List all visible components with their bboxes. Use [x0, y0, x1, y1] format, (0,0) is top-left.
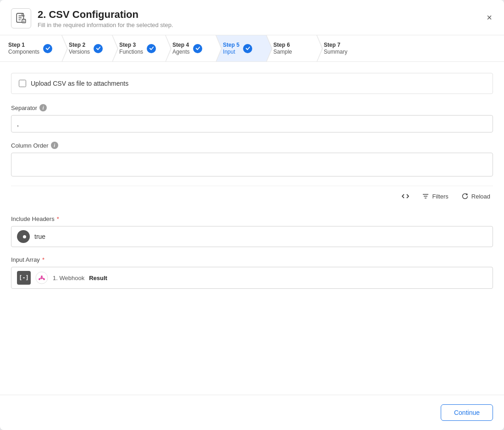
include-headers-required: * — [57, 215, 59, 222]
step-3-check — [147, 44, 156, 53]
separator-label: Separator — [11, 105, 37, 111]
step-7-label: Step 7 — [324, 42, 347, 48]
step-4-label: Step 4 — [172, 42, 189, 48]
column-order-label: Column Order — [11, 142, 49, 149]
step-4-check — [193, 44, 202, 53]
step-4-sublabel: Agents — [172, 49, 189, 55]
step-6-label: Step 6 — [273, 42, 292, 48]
column-order-section: Column Order i — [11, 142, 493, 176]
step-7[interactable]: Step 7 Summary — [316, 35, 366, 61]
step-3[interactable]: Step 3 Functions — [111, 35, 164, 61]
step-7-sublabel: Summary — [324, 49, 347, 55]
svg-rect-1 — [22, 19, 26, 23]
step-5[interactable]: Step 5 Input — [215, 35, 265, 61]
modal-footer: Continue — [0, 395, 504, 430]
upload-csv-row: Upload CSV as file to attachments — [11, 73, 493, 94]
input-array-input-row: [-] 1. Webhook Result — [11, 267, 493, 289]
step-5-sublabel: Input — [223, 49, 239, 55]
csv-icon — [11, 8, 31, 28]
step-6-sublabel: Sample — [273, 49, 292, 55]
include-headers-value: true — [34, 233, 45, 240]
include-headers-input-row: true — [11, 226, 493, 247]
webhook-icon — [35, 271, 48, 284]
step-3-sublabel: Functions — [119, 49, 143, 55]
modal-header: 2. CSV Configuration Fill in the require… — [0, 0, 504, 35]
separator-section: Separator i — [11, 104, 493, 132]
reload-label: Reload — [471, 193, 490, 200]
step-1[interactable]: Step 1 Components — [0, 35, 61, 61]
close-button[interactable]: × — [485, 11, 494, 24]
step-1-label: Step 1 — [8, 42, 39, 48]
reload-button[interactable]: Reload — [459, 191, 493, 202]
toolbar-row: Filters Reload — [11, 186, 493, 206]
step-2[interactable]: Step 2 Versions — [61, 35, 111, 61]
step-3-label: Step 3 — [119, 42, 143, 48]
separator-info-icon: i — [39, 104, 47, 111]
step-1-sublabel: Components — [8, 49, 39, 55]
svg-point-10 — [41, 276, 43, 277]
step-1-check — [43, 44, 52, 53]
column-order-info-icon: i — [51, 142, 58, 149]
modal-container: 2. CSV Configuration Fill in the require… — [0, 0, 504, 430]
upload-csv-label[interactable]: Upload CSV as file to attachments — [31, 80, 128, 87]
filters-icon — [422, 193, 429, 200]
column-order-input[interactable] — [11, 153, 493, 176]
webhook-name: 1. Webhook — [53, 275, 84, 281]
svg-point-9 — [43, 278, 45, 280]
code-icon — [402, 193, 409, 200]
code-toggle-button[interactable] — [399, 191, 412, 202]
include-headers-label: Include Headers — [11, 215, 55, 222]
filters-label: Filters — [432, 193, 448, 200]
upload-csv-checkbox[interactable] — [19, 80, 26, 87]
reload-icon — [461, 193, 469, 200]
header-text: 2. CSV Configuration Fill in the require… — [38, 9, 173, 28]
svg-point-6 — [23, 236, 26, 238]
array-bracket-icon: [-] — [17, 271, 31, 285]
input-array-section: Input Array * [-] 1. Webhook Result — [11, 256, 493, 289]
modal-body: Upload CSV as file to attachments Separa… — [0, 62, 504, 395]
continue-button[interactable]: Continue — [441, 404, 493, 421]
include-headers-section: Include Headers * true — [11, 215, 493, 247]
filters-button[interactable]: Filters — [419, 191, 451, 202]
steps-navigation: Step 1 Components Step 2 Versions Step 3… — [0, 35, 504, 62]
modal-subtitle: Fill in the required information for the… — [38, 22, 173, 28]
step-2-label: Step 2 — [69, 42, 90, 48]
step-2-check — [94, 44, 103, 53]
svg-point-8 — [39, 278, 40, 280]
step-5-check — [243, 44, 252, 53]
step-6[interactable]: Step 6 Sample — [265, 35, 316, 61]
step-5-label: Step 5 — [223, 42, 239, 48]
step-4[interactable]: Step 4 Agents — [164, 35, 215, 61]
input-array-required: * — [42, 256, 44, 263]
modal-title: 2. CSV Configuration — [38, 9, 173, 21]
toggle-icon — [17, 230, 30, 243]
separator-input[interactable] — [11, 115, 493, 132]
input-array-label: Input Array — [11, 256, 40, 263]
result-tag: Result — [89, 275, 107, 281]
step-2-sublabel: Versions — [69, 49, 90, 55]
